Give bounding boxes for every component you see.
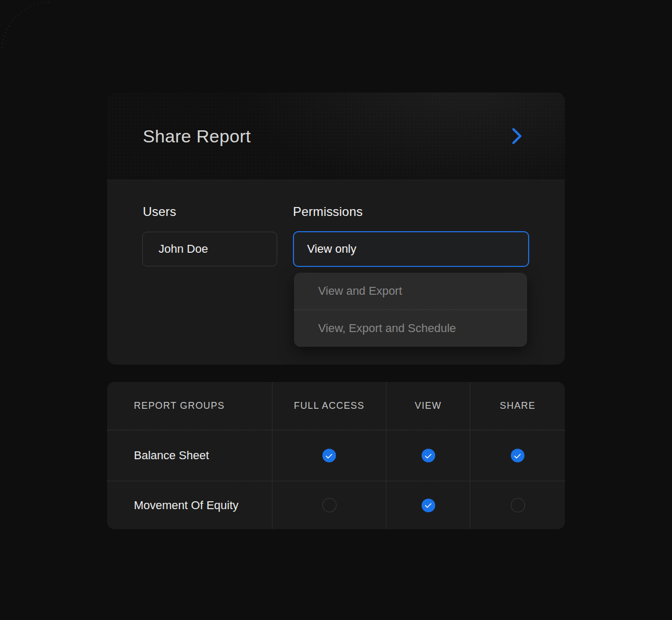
dropdown-option[interactable]: View and Export bbox=[294, 273, 527, 309]
share-checkbox[interactable] bbox=[511, 449, 524, 462]
dropdown-option[interactable]: View, Export and Schedule bbox=[294, 309, 527, 347]
column-header-share: SHARE bbox=[470, 382, 565, 430]
report-groups-table: REPORT GROUPS FULL ACCESS VIEW SHARE Bal… bbox=[107, 382, 565, 529]
expand-button[interactable] bbox=[509, 127, 525, 146]
decorative-dotted-arc bbox=[0, 0, 50, 50]
users-label: Users bbox=[143, 204, 176, 219]
report-group-label: Balance Sheet bbox=[107, 430, 272, 481]
full-access-checkbox[interactable] bbox=[322, 449, 336, 462]
share-report-header: Share Report bbox=[107, 92, 565, 180]
page-title: Share Report bbox=[143, 126, 251, 147]
column-header-view: VIEW bbox=[386, 382, 470, 430]
report-group-label: Movement Of Equity bbox=[107, 481, 272, 529]
table-cell bbox=[470, 430, 565, 481]
share-report-card: Share Report Users John Doe Permissions … bbox=[107, 92, 565, 365]
table-cell bbox=[272, 481, 386, 529]
column-header-report-groups: REPORT GROUPS bbox=[107, 382, 272, 430]
full-access-checkbox[interactable] bbox=[322, 498, 337, 512]
column-header-full-access: FULL ACCESS bbox=[272, 382, 386, 430]
permissions-dropdown: View and Export View, Export and Schedul… bbox=[294, 273, 527, 347]
permissions-select[interactable]: View only bbox=[293, 231, 529, 267]
permissions-selected-value: View only bbox=[307, 242, 356, 256]
chevron-right-icon bbox=[511, 128, 523, 144]
users-value: John Doe bbox=[159, 242, 208, 256]
view-checkbox[interactable] bbox=[422, 449, 435, 462]
table-cell bbox=[386, 430, 470, 481]
users-input[interactable]: John Doe bbox=[142, 232, 277, 266]
table-cell bbox=[470, 481, 565, 529]
share-checkbox[interactable] bbox=[511, 498, 525, 512]
view-checkbox[interactable] bbox=[422, 499, 435, 512]
table-cell bbox=[272, 430, 386, 481]
permissions-label: Permissions bbox=[293, 204, 363, 219]
share-report-body: Users John Doe Permissions View only Vie… bbox=[107, 180, 565, 365]
table-cell bbox=[386, 481, 470, 529]
